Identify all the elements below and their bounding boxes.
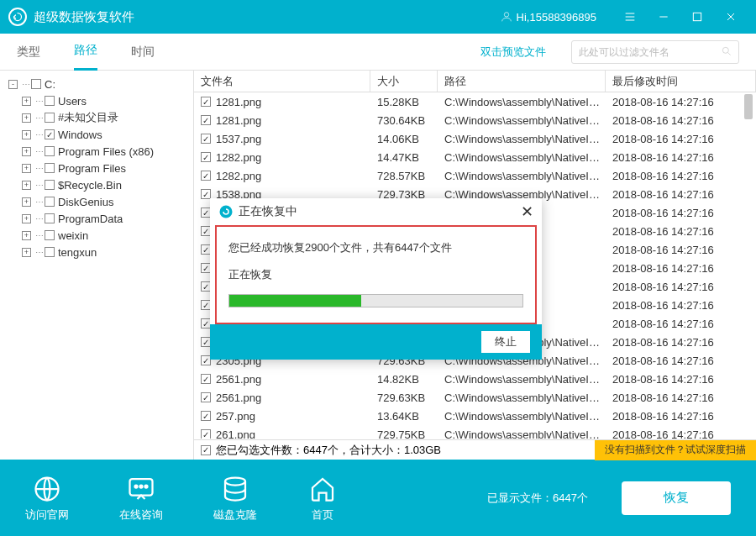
tree-node[interactable]: +⋯Users: [3, 92, 190, 109]
tree-node[interactable]: +⋯ProgramData: [3, 210, 190, 227]
file-time: 2018-08-16 14:27:16: [606, 318, 756, 330]
tree-checkbox[interactable]: [45, 129, 55, 139]
tree-checkbox[interactable]: [45, 213, 55, 223]
bottombar: 访问官网 在线咨询 磁盘克隆 首页 已显示文件：6447个 恢复: [0, 460, 756, 536]
row-checkbox[interactable]: [201, 392, 211, 402]
minimize-button[interactable]: [647, 0, 680, 34]
select-all-checkbox[interactable]: [201, 445, 211, 455]
tree-toggle[interactable]: +: [22, 130, 31, 139]
row-checkbox[interactable]: [201, 152, 211, 162]
table-row[interactable]: 1281.png730.64KBC:\Windows\assembly\Nati…: [194, 111, 756, 129]
folder-tree[interactable]: -⋯C:+⋯Users+⋯#未知父目录+⋯Windows+⋯Program Fi…: [0, 71, 193, 460]
tree-toggle[interactable]: +: [22, 164, 31, 173]
file-time: 2018-08-16 14:27:16: [606, 225, 756, 238]
website-button[interactable]: 访问官网: [25, 474, 69, 523]
col-name[interactable]: 文件名: [194, 71, 370, 92]
tree-toggle[interactable]: +: [22, 248, 31, 257]
titlebar: 超级数据恢复软件 Hi,15588396895: [0, 0, 756, 34]
tree-toggle[interactable]: +: [22, 214, 31, 223]
recovery-dialog: 正在恢复中 ✕ 您已经成功恢复2900个文件，共有6447个文件 正在恢复 终止: [210, 198, 542, 360]
row-checkbox[interactable]: [201, 374, 211, 384]
tree-node[interactable]: +⋯DiskGenius: [3, 193, 190, 210]
clone-button[interactable]: 磁盘克隆: [213, 474, 257, 523]
file-name: 1282.png: [216, 151, 261, 164]
file-size: 729.63KB: [370, 391, 438, 404]
file-name: 1282.png: [216, 170, 261, 182]
stop-button[interactable]: 终止: [481, 331, 530, 353]
row-checkbox[interactable]: [201, 411, 211, 421]
svg-point-2: [722, 47, 728, 53]
tree-node[interactable]: +⋯tengxun: [3, 244, 190, 260]
table-row[interactable]: 1282.png14.47KBC:\Windows\assembly\Nativ…: [194, 148, 756, 166]
row-checkbox[interactable]: [201, 115, 211, 125]
scrollbar[interactable]: [744, 92, 754, 439]
tree-checkbox[interactable]: [45, 146, 55, 156]
table-row[interactable]: 1537.png14.06KBC:\Windows\assembly\Nativ…: [194, 129, 756, 148]
tree-checkbox[interactable]: [45, 247, 55, 257]
tree-node[interactable]: -⋯C:: [3, 76, 190, 92]
tree-toggle[interactable]: +: [22, 113, 31, 123]
row-checkbox[interactable]: [201, 429, 211, 439]
tree-label: #未知父目录: [58, 110, 118, 125]
tree-checkbox[interactable]: [45, 96, 55, 106]
row-checkbox[interactable]: [201, 171, 211, 181]
menu-button[interactable]: [613, 0, 647, 34]
tree-checkbox[interactable]: [45, 163, 55, 173]
tree-checkbox[interactable]: [45, 197, 55, 207]
tab-type[interactable]: 类型: [17, 34, 40, 70]
tree-node[interactable]: +⋯Program Files (x86): [3, 143, 190, 160]
tree-checkbox[interactable]: [45, 113, 55, 123]
tab-path[interactable]: 路径: [74, 33, 97, 71]
tree-node[interactable]: +⋯Windows: [3, 126, 190, 143]
user-info[interactable]: Hi,15588396895: [500, 10, 596, 24]
tree-node[interactable]: +⋯Program Files: [3, 160, 190, 176]
tree-node[interactable]: +⋯$Recycle.Bin: [3, 176, 190, 193]
scrollbar-thumb[interactable]: [744, 94, 753, 119]
table-row[interactable]: 257.png13.64KBC:\Windows\assembly\Native…: [194, 407, 756, 425]
tree-toggle[interactable]: +: [22, 147, 31, 156]
col-time[interactable]: 最后修改时间: [606, 71, 756, 92]
tree-label: Program Files (x86): [58, 145, 154, 158]
recover-button[interactable]: 恢复: [622, 481, 731, 515]
tree-checkbox[interactable]: [31, 79, 41, 89]
svg-point-7: [145, 485, 148, 487]
tree-toggle[interactable]: +: [22, 231, 31, 240]
user-icon: [500, 10, 513, 24]
table-row[interactable]: 2561.png729.63KBC:\Windows\assembly\Nati…: [194, 388, 756, 407]
search-input[interactable]: [571, 40, 739, 64]
file-time: 2018-08-16 14:27:16: [606, 96, 756, 108]
file-path: C:\Windows\assembly\NativeIm...: [438, 391, 606, 404]
consult-button[interactable]: 在线咨询: [119, 474, 163, 523]
deep-scan-button[interactable]: 没有扫描到文件？试试深度扫描: [595, 440, 756, 460]
file-size: 730.64KB: [370, 114, 438, 127]
row-checkbox[interactable]: [201, 134, 211, 144]
file-path: C:\Windows\assembly\NativeIm...: [438, 96, 606, 108]
table-row[interactable]: 1282.png728.57KBC:\Windows\assembly\Nati…: [194, 166, 756, 185]
preview-hint: 双击预览文件: [480, 45, 546, 60]
home-button[interactable]: 首页: [307, 474, 338, 523]
tree-toggle[interactable]: +: [22, 181, 31, 190]
tree-checkbox[interactable]: [45, 230, 55, 240]
file-size: 14.47KB: [370, 151, 438, 164]
tree-checkbox[interactable]: [45, 180, 55, 190]
col-path[interactable]: 路径: [438, 71, 606, 92]
tree-toggle[interactable]: +: [22, 197, 31, 207]
dialog-close-button[interactable]: ✕: [521, 202, 533, 221]
col-size[interactable]: 大小: [370, 71, 438, 92]
file-time: 2018-08-16 14:27:16: [606, 244, 756, 256]
tab-time[interactable]: 时间: [131, 34, 155, 70]
row-checkbox[interactable]: [201, 97, 211, 107]
tree-toggle[interactable]: +: [22, 97, 31, 106]
tree-node[interactable]: +⋯#未知父目录: [3, 109, 190, 126]
table-row[interactable]: 261.png729.75KBC:\Windows\assembly\Nativ…: [194, 425, 756, 439]
close-button[interactable]: [714, 0, 748, 34]
tree-label: ProgramData: [58, 213, 123, 225]
tree-node[interactable]: +⋯weixin: [3, 227, 190, 244]
file-time: 2018-08-16 14:27:16: [606, 133, 756, 145]
app-logo-icon: [218, 204, 234, 219]
maximize-button[interactable]: [680, 0, 714, 34]
table-row[interactable]: 1281.png15.28KBC:\Windows\assembly\Nativ…: [194, 92, 756, 111]
tree-toggle[interactable]: -: [8, 80, 18, 89]
table-row[interactable]: 2561.png14.82KBC:\Windows\assembly\Nativ…: [194, 370, 756, 388]
file-path: C:\Windows\assembly\NativeIm...: [438, 151, 606, 164]
